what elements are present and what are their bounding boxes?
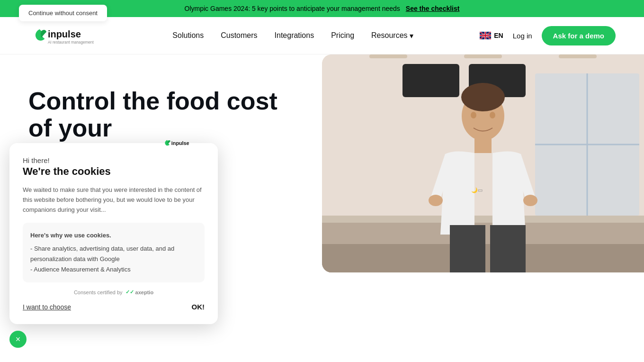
nav-customers[interactable]: Customers (221, 31, 257, 40)
svg-point-24 (490, 112, 495, 118)
svg-rect-20 (490, 225, 526, 272)
demo-button[interactable]: Ask for a demo (542, 26, 616, 45)
nav-pricing[interactable]: Pricing (331, 31, 354, 40)
cookie-certified: Consents certified by ✓✓ axeptio (23, 289, 205, 295)
svg-text:inpulse: inpulse (48, 29, 81, 39)
ok-button[interactable]: OK! (192, 303, 205, 311)
cookie-consent-box: inpulse Hi there! We're the cookies We w… (9, 143, 218, 324)
svg-rect-6 (559, 54, 597, 58)
close-cookie-button[interactable]: × (9, 331, 27, 348)
svg-point-23 (471, 112, 476, 118)
cookie-buttons: I want to choose OK! (23, 303, 205, 311)
banner-text: Olympic Games 2024: 5 key points to anti… (185, 5, 400, 12)
cookie-title: We're the cookies (23, 165, 205, 178)
chevron-down-icon: ▾ (410, 31, 413, 40)
cookie-greeting: Hi there! (23, 156, 205, 164)
banner-cta[interactable]: See the checklist (406, 5, 460, 12)
cookie-bullet-1: - Share analytics, advertising data, use… (30, 244, 197, 264)
svg-point-22 (461, 83, 505, 111)
svg-rect-4 (369, 54, 407, 58)
nav-right: EN Log in Ask for a demo (480, 26, 616, 45)
svg-rect-5 (464, 54, 502, 58)
cookie-inner-title: Here's why we use cookies. (30, 230, 197, 241)
svg-point-17 (429, 195, 443, 206)
logo[interactable]: inpulse AI restaurant management (28, 24, 106, 47)
restaurant-photo: 🌙▭ (322, 54, 644, 272)
lang-label: EN (494, 32, 503, 39)
svg-rect-16 (474, 139, 492, 153)
login-link[interactable]: Log in (513, 32, 532, 40)
svg-point-18 (523, 195, 537, 206)
svg-text:🌙▭: 🌙▭ (471, 187, 483, 193)
cookie-bullet-2: - Audience Measurement & Analytics (30, 264, 197, 275)
nav-solutions[interactable]: Solutions (172, 31, 204, 40)
nav-links: Solutions Customers Integrations Pricing… (172, 31, 413, 40)
svg-text:AI restaurant management: AI restaurant management (48, 40, 94, 45)
nav-resources[interactable]: Resources ▾ (371, 31, 413, 40)
svg-rect-13 (322, 216, 644, 223)
navbar: inpulse AI restaurant management Solutio… (0, 17, 644, 54)
cookie-inner-box: Here's why we use cookies. - Share analy… (23, 223, 205, 282)
language-selector[interactable]: EN (480, 32, 503, 39)
svg-rect-10 (402, 64, 459, 97)
svg-rect-19 (450, 225, 485, 272)
cookie-logo: inpulse (162, 137, 205, 152)
continue-without-consent[interactable]: Continue without consent (19, 5, 107, 21)
cookie-description: We waited to make sure that you were int… (23, 185, 205, 215)
hero-image: 🌙▭ (322, 54, 644, 272)
nav-integrations[interactable]: Integrations (275, 31, 314, 40)
choose-button[interactable]: I want to choose (23, 303, 71, 311)
svg-text:inpulse: inpulse (171, 140, 189, 146)
